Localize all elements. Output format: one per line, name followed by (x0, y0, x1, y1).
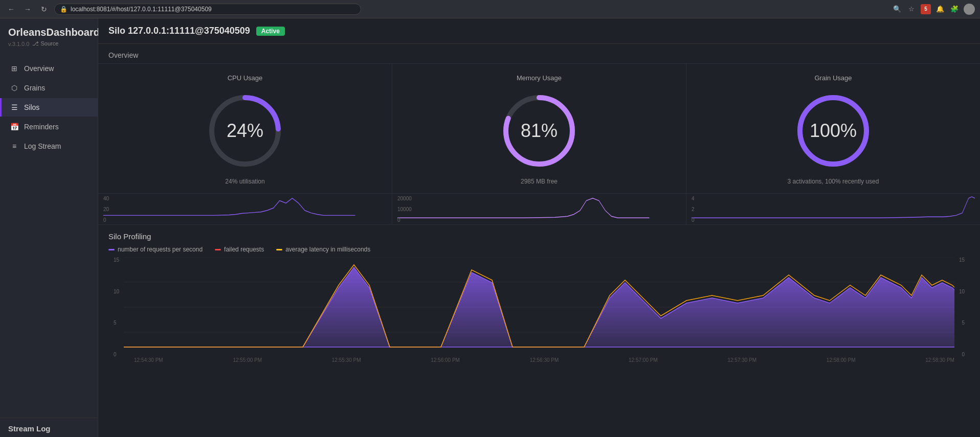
sidebar-version: v.3.1.0.0 ⎇ Source (0, 40, 98, 55)
sparkline-labels-2: 420 (692, 196, 695, 223)
star-icon[interactable]: ☆ (906, 4, 917, 14)
x-label-5: 12:57:00 PM (629, 357, 658, 363)
gauge-subtitle-0: 24% utilisation (225, 178, 264, 185)
x-label-7: 12:58:00 PM (827, 357, 856, 363)
sidebar-nav: ⊞Overview⬡Grains☰Silos📅Reminders≡Log Str… (0, 55, 98, 159)
reminders-icon: 📅 (10, 123, 19, 131)
gauge-container-0: 24% (204, 90, 286, 172)
gauge-title-2: Grain Usage (815, 74, 852, 82)
y-axis-left-5: 5 (114, 320, 119, 326)
x-axis-labels: 12:54:30 PM12:55:00 PM12:55:30 PM12:56:0… (124, 357, 965, 363)
extension-icon-bell[interactable]: 🔔 (935, 4, 945, 14)
sidebar-item-silos[interactable]: ☰Silos (0, 98, 98, 117)
gauge-value-2: 100% (810, 120, 857, 142)
gauge-panel-0: CPU Usage 24% 24% utilisation (98, 64, 392, 193)
forward-button[interactable]: → (21, 3, 34, 15)
gauge-value-1: 81% (521, 120, 558, 142)
sparkline-line-2 (692, 197, 975, 218)
sparkline-labels-1: 20000100000 (397, 196, 412, 223)
sparkline-svg-2 (692, 196, 975, 220)
legend-label-2: average latency in milliseconds (285, 246, 370, 253)
page-header: Silo 127.0.0.1:11111@375040509 Active (98, 18, 980, 44)
gauge-title-1: Memory Usage (517, 74, 562, 82)
gauge-panel-2: Grain Usage 100% 3 activations, 100% rec… (686, 64, 980, 193)
user-avatar[interactable] (964, 4, 975, 15)
profiling-title: Silo Profiling (108, 232, 970, 241)
sidebar-item-grains[interactable]: ⬡Grains (0, 79, 98, 97)
main-content: Silo 127.0.0.1:11111@375040509 Active Ov… (98, 18, 980, 437)
sparkline-labels-0: 40200 (103, 196, 109, 223)
sidebar: OrleansDashboard v.3.1.0.0 ⎇ Source ⊞Ove… (0, 18, 98, 437)
url-text: localhost:8081/#/host/127.0.0.1:11111@37… (71, 6, 212, 13)
sparkline-panel-1: 20000100000 (392, 194, 686, 224)
gauges-row: CPU Usage 24% 24% utilisation Memory Usa… (98, 64, 980, 194)
gauge-panel-1: Memory Usage 81% 2985 MB free (392, 64, 686, 193)
reload-button[interactable]: ↻ (38, 3, 50, 15)
x-label-4: 12:56:30 PM (530, 357, 559, 363)
legend-dot-0 (108, 249, 115, 250)
search-icon[interactable]: 🔍 (892, 4, 902, 14)
y-axis-left-0: 0 (114, 352, 119, 357)
sparkline-panel-2: 420 (686, 194, 980, 224)
x-label-1: 12:55:00 PM (233, 357, 262, 363)
sparkline-svg-0 (103, 196, 387, 220)
y-axis-right-10: 10 (959, 289, 965, 294)
browser-right-icons: 🔍 ☆ 5 🔔 🧩 (892, 4, 975, 15)
sparkline-svg-1 (397, 196, 681, 220)
sparkline-line-1 (397, 198, 649, 218)
sidebar-label-silos: Silos (24, 103, 39, 111)
logstream-icon: ≡ (10, 142, 19, 150)
y-axis-left-15: 15 (114, 257, 119, 263)
app-logo: OrleansDashboard (0, 18, 98, 40)
stream-log-header: Stream Log (0, 418, 98, 437)
x-label-6: 12:57:30 PM (727, 357, 756, 363)
legend-label-0: number of requests per second (118, 246, 203, 253)
profiling-chart (124, 257, 954, 357)
grains-icon: ⬡ (10, 84, 19, 92)
browser-chrome: ← → ↻ 🔒 localhost:8081/#/host/127.0.0.1:… (0, 0, 980, 18)
source-link[interactable]: ⎇ Source (32, 40, 58, 47)
legend-item-2: average latency in milliseconds (276, 246, 370, 253)
sparkline-line-0 (103, 198, 355, 216)
x-label-3: 12:56:00 PM (431, 357, 460, 363)
legend-dot-2 (276, 249, 282, 250)
sidebar-item-overview[interactable]: ⊞Overview (0, 59, 98, 78)
x-label-2: 12:55:30 PM (332, 357, 361, 363)
lock-icon: 🔒 (60, 6, 68, 13)
gauge-subtitle-1: 2985 MB free (521, 178, 558, 185)
silos-icon: ☰ (10, 103, 19, 111)
x-label-0: 12:54:30 PM (134, 357, 163, 363)
legend-label-1: failed requests (224, 246, 264, 253)
gauge-subtitle-2: 3 activations, 100% recently used (788, 178, 879, 185)
sidebar-label-grains: Grains (24, 84, 45, 92)
status-badge: Active (256, 27, 285, 36)
app-container: OrleansDashboard v.3.1.0.0 ⎇ Source ⊞Ove… (0, 18, 980, 437)
legend-dot-1 (215, 249, 221, 250)
extension-icon-red[interactable]: 5 (921, 4, 931, 14)
gauge-value-0: 24% (227, 120, 263, 142)
page-title: Silo 127.0.0.1:11111@375040509 (108, 26, 250, 36)
overview-section-header: Overview (98, 44, 980, 64)
sidebar-item-logstream[interactable]: ≡Log Stream (0, 137, 98, 155)
overview-icon: ⊞ (10, 64, 19, 73)
sparkline-row: 40200 20000100000 420 (98, 194, 980, 225)
address-bar[interactable]: 🔒 localhost:8081/#/host/127.0.0.1:11111@… (54, 4, 361, 15)
gauge-container-1: 81% (498, 90, 580, 172)
y-axis-right-5: 5 (959, 320, 965, 326)
gauge-title-0: CPU Usage (228, 74, 263, 82)
legend-item-1: failed requests (215, 246, 264, 253)
sidebar-item-reminders[interactable]: 📅Reminders (0, 118, 98, 136)
y-axis-right-0: 0 (959, 352, 965, 357)
x-label-8: 12:58:30 PM (925, 357, 954, 363)
profiling-section: Silo Profiling number of requests per se… (98, 225, 980, 370)
y-axis-left-10: 10 (114, 289, 119, 294)
extension-icon-puzzle[interactable]: 🧩 (949, 4, 960, 14)
gauge-container-2: 100% (792, 90, 874, 172)
legend-item-0: number of requests per second (108, 246, 203, 253)
sidebar-label-reminders: Reminders (24, 123, 59, 131)
back-button[interactable]: ← (5, 3, 17, 15)
sidebar-label-overview: Overview (24, 64, 54, 73)
sidebar-label-logstream: Log Stream (24, 142, 61, 150)
sparkline-panel-0: 40200 (98, 194, 392, 224)
profiling-legend: number of requests per secondfailed requ… (108, 246, 970, 253)
